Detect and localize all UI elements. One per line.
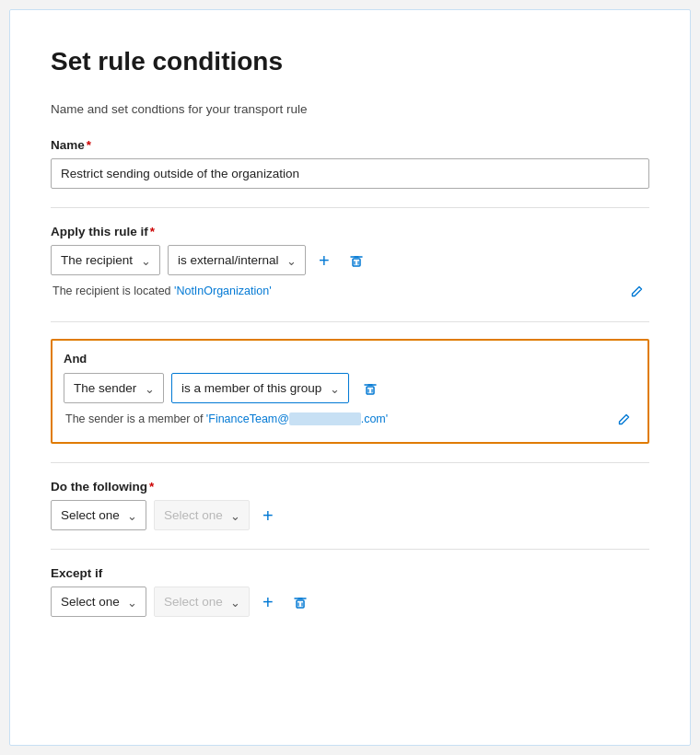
delete-except-button[interactable] [286,590,314,614]
except-select1[interactable]: Select one [51,587,146,617]
except-select2-wrapper: Select one ⌄ [154,587,250,617]
divider-4 [51,549,649,550]
apply-rule-section: Apply this rule if* The recipient ⌄ is e… [51,225,649,303]
except-if-row: Select one ⌄ Select one ⌄ + [51,587,649,617]
pencil-icon [616,412,631,427]
name-input[interactable] [51,158,649,189]
page-subtitle: Name and set condtions for your transpor… [51,102,649,116]
apply-condition1-select[interactable]: The recipient [51,245,160,275]
and-rule-note-link: 'FinanceTeam@ .com' [206,412,388,425]
and-condition1-select[interactable]: The sender [64,373,164,403]
and-condition2-wrapper: is a member of this group ⌄ [171,373,349,403]
svg-rect-0 [353,259,360,266]
trash-icon [292,594,309,610]
edit-apply-rule-button[interactable] [624,281,649,303]
and-label: And [64,352,636,366]
delete-and-button[interactable] [356,377,384,401]
apply-rule-note-link: 'NotInOrganization' [174,285,272,297]
and-condition2-select[interactable]: is a member of this group [171,373,349,403]
apply-condition2-select[interactable]: is external/internal [168,245,306,275]
apply-rule-label: Apply this rule if* [51,225,649,238]
edit-and-button[interactable] [611,409,636,431]
trash-icon [362,380,379,397]
pencil-icon [629,285,644,299]
do-select1[interactable]: Select one [51,500,146,530]
do-select2[interactable]: Select one [154,500,250,530]
apply-condition1-wrapper: The recipient ⌄ [51,245,160,275]
apply-condition2-wrapper: is external/internal ⌄ [168,245,306,275]
name-label: Name* [51,138,649,152]
do-select2-wrapper: Select one ⌄ [154,500,250,530]
except-if-section: Except if Select one ⌄ Select one ⌄ + [51,566,649,617]
svg-rect-5 [367,387,374,394]
name-section: Name* [51,138,649,189]
divider-1 [51,207,649,208]
do-following-label: Do the following* [51,480,649,494]
svg-rect-10 [297,600,304,608]
add-except-button[interactable]: + [257,589,279,615]
and-block: And The sender ⌄ is a member of this gro… [51,339,649,444]
trash-icon [348,252,365,269]
divider-3 [51,462,649,463]
except-select2[interactable]: Select one [154,587,250,617]
do-select1-wrapper: Select one ⌄ [51,500,146,530]
divider-2 [51,321,649,322]
main-card: Set rule conditions Name and set condtio… [9,9,691,746]
plus-icon: + [262,593,274,611]
delete-condition-button[interactable] [343,249,370,273]
apply-rule-row: The recipient ⌄ is external/internal ⌄ + [51,245,649,275]
plus-icon: + [262,506,274,525]
and-rule-note: The sender is a member of 'FinanceTeam@ … [64,412,388,425]
and-rule-row: The sender ⌄ is a member of this group ⌄ [64,373,636,403]
except-if-label: Except if [51,566,649,580]
do-following-row: Select one ⌄ Select one ⌄ + [51,500,649,530]
add-do-following-button[interactable]: + [257,503,279,528]
page-title: Set rule conditions [51,47,649,76]
do-following-section: Do the following* Select one ⌄ Select on… [51,480,649,530]
plus-icon: + [319,251,330,270]
add-condition-button[interactable]: + [313,248,335,273]
and-condition1-wrapper: The sender ⌄ [64,373,164,403]
except-select1-wrapper: Select one ⌄ [51,587,146,617]
apply-rule-note: The recipient is located 'NotInOrganizat… [51,285,272,297]
